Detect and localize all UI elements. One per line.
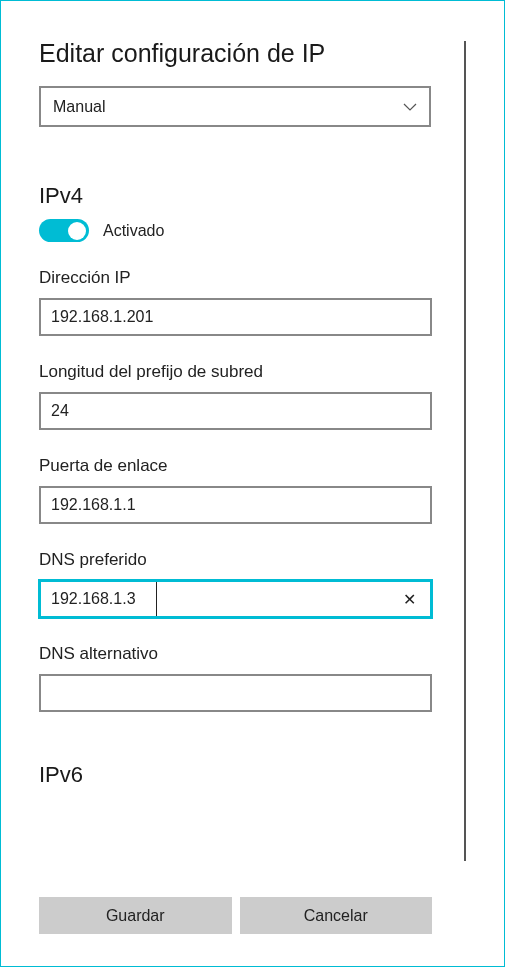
dns-alternate-label: DNS alternativo: [39, 644, 454, 664]
dns-alternate-input-box[interactable]: [39, 674, 432, 712]
scroll-area: Editar configuración de IP Manual IPv4 A…: [39, 39, 454, 866]
dns-alternate-field: DNS alternativo: [39, 644, 454, 712]
dns-alternate-input[interactable]: [51, 676, 420, 710]
subnet-prefix-label: Longitud del prefijo de subred: [39, 362, 454, 382]
scrollbar[interactable]: [464, 41, 466, 861]
subnet-prefix-field: Longitud del prefijo de subred: [39, 362, 454, 430]
dns-preferred-input-box[interactable]: ✕: [39, 580, 432, 618]
ip-address-field: Dirección IP: [39, 268, 454, 336]
mode-select-value: Manual: [53, 98, 105, 116]
ip-address-label: Dirección IP: [39, 268, 454, 288]
chevron-down-icon: [403, 100, 417, 114]
ip-address-input-box[interactable]: [39, 298, 432, 336]
ip-settings-dialog: Editar configuración de IP Manual IPv4 A…: [0, 0, 505, 967]
gateway-label: Puerta de enlace: [39, 456, 454, 476]
ipv4-heading: IPv4: [39, 183, 454, 209]
dialog-title: Editar configuración de IP: [39, 39, 454, 68]
toggle-knob: [68, 222, 86, 240]
gateway-input-box[interactable]: [39, 486, 432, 524]
ip-address-input[interactable]: [51, 300, 420, 334]
gateway-input[interactable]: [51, 488, 420, 522]
clear-icon[interactable]: ✕: [399, 590, 420, 609]
ipv4-toggle[interactable]: [39, 219, 89, 242]
ipv4-toggle-row: Activado: [39, 219, 454, 242]
subnet-prefix-input[interactable]: [51, 394, 420, 428]
subnet-prefix-input-box[interactable]: [39, 392, 432, 430]
ipv6-heading: IPv6: [39, 762, 454, 788]
dns-preferred-field: DNS preferido ✕: [39, 550, 454, 618]
cancel-button[interactable]: Cancelar: [240, 897, 433, 934]
button-row: Guardar Cancelar: [39, 897, 432, 934]
dns-preferred-label: DNS preferido: [39, 550, 454, 570]
save-button[interactable]: Guardar: [39, 897, 232, 934]
dns-preferred-input[interactable]: [51, 582, 157, 616]
mode-select[interactable]: Manual: [39, 86, 431, 127]
gateway-field: Puerta de enlace: [39, 456, 454, 524]
ipv4-toggle-label: Activado: [103, 222, 164, 240]
